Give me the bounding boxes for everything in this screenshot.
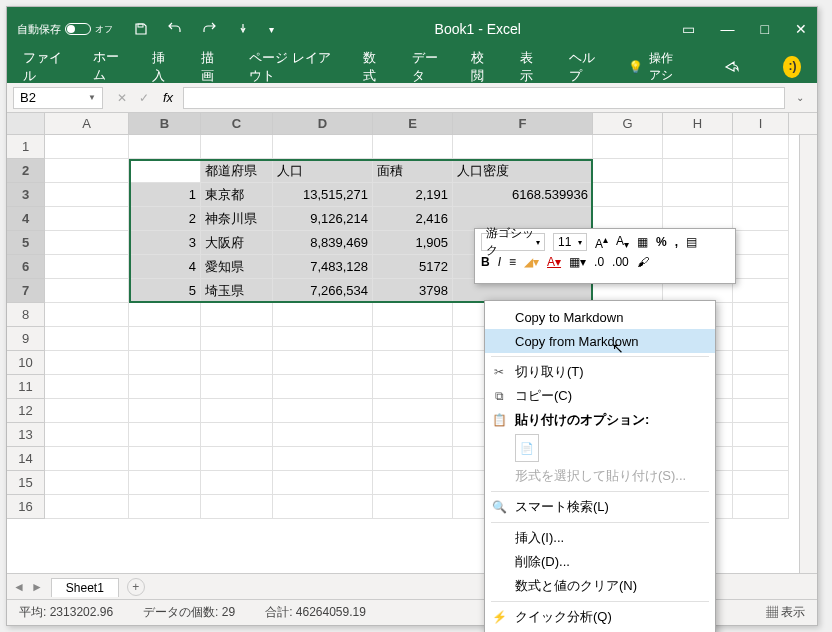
cell[interactable] <box>733 255 789 279</box>
cell[interactable]: 2 <box>129 207 201 231</box>
cell[interactable] <box>733 351 789 375</box>
tab-home[interactable]: ホーム <box>93 48 124 86</box>
cell[interactable] <box>733 327 789 351</box>
cell[interactable] <box>373 399 453 423</box>
column-header-d[interactable]: D <box>273 113 373 134</box>
cell[interactable] <box>129 375 201 399</box>
cell[interactable] <box>373 351 453 375</box>
display-settings-icon[interactable]: ▦ 表示 <box>766 604 805 621</box>
context-menu-item[interactable]: 挿入(I)... <box>485 526 715 550</box>
cell[interactable]: 7,483,128 <box>273 255 373 279</box>
column-header-i[interactable]: I <box>733 113 789 134</box>
bold-button[interactable]: B <box>481 255 490 269</box>
cell[interactable] <box>733 183 789 207</box>
touch-icon[interactable] <box>235 21 251 37</box>
mini-font-size[interactable]: 11▾ <box>553 233 587 251</box>
cell[interactable] <box>201 303 273 327</box>
cell[interactable] <box>663 135 733 159</box>
cell[interactable] <box>45 279 129 303</box>
cell[interactable] <box>129 327 201 351</box>
select-all-corner[interactable] <box>7 113 45 134</box>
cell[interactable] <box>273 399 373 423</box>
tab-review[interactable]: 校閲 <box>471 49 492 85</box>
sheet-nav[interactable]: ◄► <box>13 580 43 594</box>
cell[interactable]: 9,126,214 <box>273 207 373 231</box>
maximize-icon[interactable]: □ <box>761 21 769 37</box>
formula-bar[interactable] <box>183 87 785 109</box>
percent-icon[interactable]: % <box>656 235 667 249</box>
column-header-a[interactable]: A <box>45 113 129 134</box>
row-header[interactable]: 4 <box>7 207 45 231</box>
feedback-icon[interactable] <box>783 56 801 78</box>
cell[interactable]: 7,266,534 <box>273 279 373 303</box>
row-header[interactable]: 2 <box>7 159 45 183</box>
column-header-b[interactable]: B <box>129 113 201 134</box>
cell[interactable] <box>273 495 373 519</box>
context-menu-item[interactable]: 📋貼り付けのオプション: <box>485 408 715 432</box>
cell[interactable] <box>129 159 201 183</box>
cell[interactable] <box>373 135 453 159</box>
row-header[interactable]: 5 <box>7 231 45 255</box>
context-menu-item[interactable]: Copy to Markdown <box>485 305 715 329</box>
column-header-f[interactable]: F <box>453 113 593 134</box>
enter-icon[interactable]: ✓ <box>139 91 149 105</box>
cell[interactable] <box>733 135 789 159</box>
cell[interactable]: 都道府県 <box>201 159 273 183</box>
cell[interactable] <box>129 303 201 327</box>
cell[interactable] <box>201 399 273 423</box>
save-icon[interactable] <box>133 21 149 37</box>
cell[interactable] <box>273 135 373 159</box>
increase-font-icon[interactable]: A▴ <box>595 234 608 251</box>
fx-label[interactable]: fx <box>163 90 173 105</box>
row-header[interactable]: 13 <box>7 423 45 447</box>
cell[interactable]: 東京都 <box>201 183 273 207</box>
cell[interactable] <box>373 303 453 327</box>
cell[interactable] <box>663 159 733 183</box>
row-header[interactable]: 10 <box>7 351 45 375</box>
context-menu-item[interactable]: 🔍スマート検索(L) <box>485 495 715 519</box>
cell[interactable] <box>201 423 273 447</box>
cell[interactable]: 面積 <box>373 159 453 183</box>
borders-icon[interactable]: ▤ <box>686 235 697 249</box>
context-menu-item[interactable]: ⧉コピー(C) <box>485 384 715 408</box>
cell[interactable] <box>273 351 373 375</box>
tab-layout[interactable]: ページ レイアウト <box>249 49 335 85</box>
cell[interactable]: 3798 <box>373 279 453 303</box>
cell[interactable] <box>733 495 789 519</box>
row-header[interactable]: 8 <box>7 303 45 327</box>
cell[interactable]: 神奈川県 <box>201 207 273 231</box>
cell[interactable] <box>733 399 789 423</box>
context-menu-item[interactable]: ✂切り取り(T) <box>485 360 715 384</box>
undo-icon[interactable] <box>167 21 183 37</box>
context-menu-item[interactable]: ⚡クイック分析(Q) <box>485 605 715 629</box>
minimize-icon[interactable]: — <box>721 21 735 37</box>
tab-data[interactable]: データ <box>412 49 443 85</box>
decrease-decimal-icon[interactable]: .0 <box>594 255 604 269</box>
cell[interactable]: 1,905 <box>373 231 453 255</box>
cell[interactable] <box>273 327 373 351</box>
cell[interactable] <box>45 183 129 207</box>
column-header-c[interactable]: C <box>201 113 273 134</box>
cell[interactable] <box>733 447 789 471</box>
context-menu-item[interactable]: Copy from Markdown <box>485 329 715 353</box>
fill-color-icon[interactable]: ◢▾ <box>524 255 539 269</box>
vertical-scrollbar[interactable] <box>799 135 817 573</box>
share-icon[interactable] <box>723 59 739 75</box>
cell[interactable]: 5 <box>129 279 201 303</box>
cell[interactable] <box>45 135 129 159</box>
cell[interactable] <box>201 351 273 375</box>
cell[interactable]: 愛知県 <box>201 255 273 279</box>
cell[interactable] <box>273 303 373 327</box>
column-header-h[interactable]: H <box>663 113 733 134</box>
cell[interactable] <box>373 423 453 447</box>
cell[interactable] <box>45 303 129 327</box>
ribbon-options-icon[interactable]: ▭ <box>682 21 695 37</box>
cell[interactable] <box>201 471 273 495</box>
tab-view[interactable]: 表示 <box>520 49 541 85</box>
cell[interactable] <box>453 135 593 159</box>
row-header[interactable]: 9 <box>7 327 45 351</box>
row-header[interactable]: 1 <box>7 135 45 159</box>
cell[interactable] <box>593 183 663 207</box>
row-header[interactable]: 7 <box>7 279 45 303</box>
cell[interactable] <box>129 447 201 471</box>
